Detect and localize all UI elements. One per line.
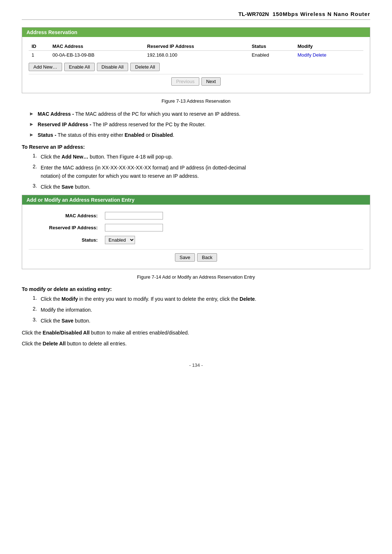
form-ip-row: Reserved IP Address:	[29, 222, 363, 234]
table-row: 1 00-0A-EB-13-09-BB 192.168.0.100 Enable…	[29, 51, 363, 59]
bullet-ip-text: Reserved IP Address - The IP address res…	[38, 121, 206, 128]
step-1-text: Click the Add New… button. Then Figure 4…	[41, 153, 173, 161]
bullet-mac: ► MAC Address - The MAC address of the P…	[22, 110, 370, 118]
bullet-arrow-1: ►	[29, 111, 34, 116]
enabled-text: Enabled	[124, 132, 144, 138]
model-number: TL-WR702N	[238, 11, 269, 17]
col-id: ID	[29, 42, 49, 51]
para-delete: Click the Delete All button to delete al…	[22, 340, 370, 348]
delete-bold: Delete	[240, 296, 255, 302]
bullet-status: ► Status - The status of this entry eith…	[22, 131, 370, 139]
page-header: TL-WR702N 150Mbps Wireless N Nano Router	[22, 11, 370, 20]
bullet-mac-text: MAC Address - The MAC address of the PC …	[38, 110, 240, 118]
form-buttons: Save Back	[29, 249, 363, 265]
add-modify-box: Add or Modify an Address Reservation Ent…	[22, 195, 370, 269]
section1-steps: 1. Click the Add New… button. Then Figur…	[33, 153, 370, 191]
add-new-bold: Add New…	[62, 154, 89, 160]
save-button[interactable]: Save	[175, 253, 195, 262]
reservation-table: ID MAC Address Reserved IP Address Statu…	[29, 42, 363, 59]
section2-step-1-text: Click the Modify in the entry you want t…	[41, 295, 256, 303]
step-2: 2. Enter the MAC address (in XX-XX-XX-XX…	[33, 164, 370, 180]
nav-buttons: Previous Next	[29, 74, 363, 89]
row-id: 1	[29, 51, 49, 59]
step-1-num: 1.	[33, 153, 41, 161]
bullet-arrow-2: ►	[29, 121, 34, 127]
figure2-caption: Figure 7-14 Add or Modify an Address Res…	[22, 274, 370, 280]
section2-step-2-text: Modify the information.	[41, 306, 92, 314]
bullet-status-text: Status - The status of this entry either…	[38, 131, 174, 139]
section2-steps: 1. Click the Modify in the entry you wan…	[33, 295, 370, 325]
row-actions: Modify Delete	[295, 51, 363, 59]
save-bold-2: Save	[62, 318, 74, 324]
device-description: 150Mbps Wireless N Nano Router	[273, 11, 370, 17]
ip-field-label: Reserved IP Address:	[29, 222, 101, 234]
delete-all-bold: Delete All	[43, 341, 66, 346]
form-mac-row: MAC Address:	[29, 210, 363, 222]
delete-all-button[interactable]: Delete All	[130, 63, 160, 71]
bullet-arrow-3: ►	[29, 132, 34, 138]
section2-step-2-num: 2.	[33, 306, 41, 314]
mac-field-cell	[101, 210, 363, 222]
step-3: 3. Click the Save button.	[33, 183, 370, 191]
form-status-row: Status: Enabled Disabled	[29, 234, 363, 246]
col-status: Status	[249, 42, 294, 51]
status-label: Status -	[38, 132, 56, 138]
step-2-text: Enter the MAC address (in XX-XX-XX-XX-XX…	[41, 164, 246, 180]
status-select[interactable]: Enabled Disabled	[105, 236, 135, 244]
figure1-caption: Figure 7-13 Address Reservation	[22, 98, 370, 104]
form-table: MAC Address: Reserved IP Address: Status…	[29, 210, 363, 246]
section2-step-1: 1. Click the Modify in the entry you wan…	[33, 295, 370, 303]
previous-button[interactable]: Previous	[171, 77, 199, 86]
back-button[interactable]: Back	[197, 253, 217, 262]
delete-link[interactable]: Delete	[313, 52, 327, 58]
ip-label: Reserved IP Address -	[38, 122, 91, 127]
bullet-section: ► MAC Address - The MAC address of the P…	[22, 110, 370, 139]
step-3-num: 3.	[33, 183, 41, 191]
section2-step-3: 3. Click the Save button.	[33, 317, 370, 325]
action-buttons: Add New… Enable All Disable All Delete A…	[29, 63, 363, 71]
address-reservation-title: Address Reservation	[22, 28, 370, 37]
modify-bold: Modify	[62, 296, 78, 302]
ip-field-cell	[101, 222, 363, 234]
section2-step-1-num: 1.	[33, 295, 41, 303]
next-button[interactable]: Next	[201, 77, 221, 86]
para-enable: Click the Enable/Disabled All button to …	[22, 329, 370, 337]
section1-heading: To Reserve an IP address:	[22, 144, 370, 150]
reserved-ip-input[interactable]	[105, 224, 163, 231]
step-3-text: Click the Save button.	[41, 183, 90, 191]
step-2-num: 2.	[33, 164, 41, 180]
mac-label: MAC Address -	[38, 111, 74, 117]
section2-step-2: 2. Modify the information.	[33, 306, 370, 314]
section2-heading: To modify or delete an existing entry:	[22, 286, 370, 292]
address-reservation-content: ID MAC Address Reserved IP Address Statu…	[22, 37, 370, 93]
address-reservation-box: Address Reservation ID MAC Address Reser…	[22, 27, 370, 93]
step-1: 1. Click the Add New… button. Then Figur…	[33, 153, 370, 161]
disable-all-button[interactable]: Disable All	[97, 63, 128, 71]
status-field-label: Status:	[29, 234, 101, 246]
enable-all-button[interactable]: Enable All	[64, 63, 95, 71]
col-ip: Reserved IP Address	[144, 42, 249, 51]
row-ip: 192.168.0.100	[144, 51, 249, 59]
section2-step-3-text: Click the Save button.	[41, 317, 90, 325]
mac-field-label: MAC Address:	[29, 210, 101, 222]
col-modify: Modify	[295, 42, 363, 51]
bullet-ip: ► Reserved IP Address - The IP address r…	[22, 121, 370, 128]
modify-link[interactable]: Modify	[298, 52, 311, 58]
section2-step-3-num: 3.	[33, 317, 41, 325]
enable-disabled-all-bold: Enable/Disabled All	[43, 330, 90, 336]
row-status: Enabled	[249, 51, 294, 59]
page-number: - 134 -	[22, 362, 370, 368]
mac-address-input[interactable]	[105, 212, 163, 219]
save-bold-1: Save	[62, 184, 74, 190]
disabled-text: Disabled	[152, 132, 173, 138]
col-mac: MAC Address	[49, 42, 144, 51]
add-modify-content: MAC Address: Reserved IP Address: Status…	[22, 205, 370, 269]
add-new-button[interactable]: Add New…	[29, 63, 62, 71]
row-mac: 00-0A-EB-13-09-BB	[49, 51, 144, 59]
status-field-cell: Enabled Disabled	[101, 234, 363, 246]
add-modify-title: Add or Modify an Address Reservation Ent…	[22, 195, 370, 205]
